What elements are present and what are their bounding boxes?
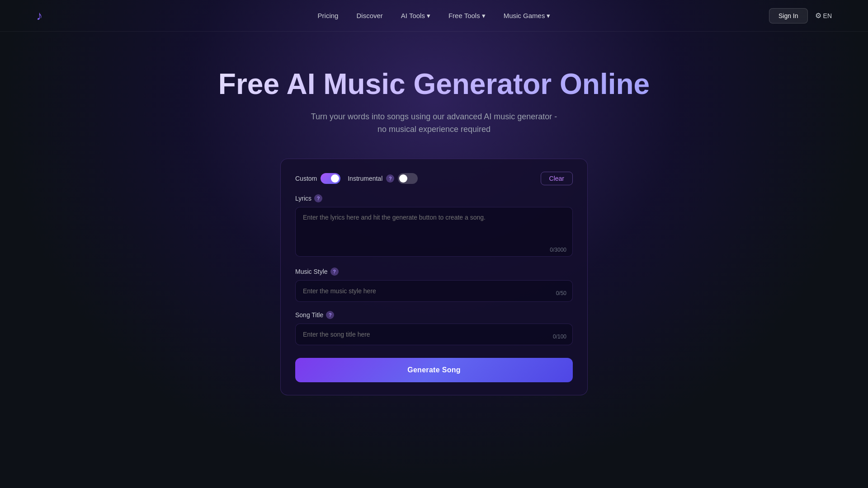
song-title-input-wrapper: 0/100 (295, 324, 573, 345)
instrumental-toggle[interactable] (398, 173, 418, 184)
lyrics-char-count: 0/3000 (550, 247, 566, 253)
sign-in-button[interactable]: Sign In (769, 8, 808, 23)
lyrics-textarea[interactable] (295, 207, 573, 257)
music-style-char-count: 0/50 (556, 290, 566, 296)
music-style-help-icon[interactable]: ? (330, 267, 339, 276)
instrumental-help-icon[interactable]: ? (386, 174, 394, 183)
music-style-label-row: Music Style ? (295, 267, 573, 276)
lyrics-label-row: Lyrics ? (295, 194, 573, 202)
nav-item-pricing[interactable]: Pricing (318, 12, 339, 20)
instrumental-toggle-knob (399, 174, 407, 183)
generator-card: Custom Instrumental ? Clear Lyrics ? 0 (280, 159, 588, 395)
controls-row: Custom Instrumental ? Clear (295, 172, 573, 185)
custom-control-group: Custom (295, 173, 340, 184)
music-style-label: Music Style (295, 268, 328, 275)
instrumental-control-group: Instrumental ? (348, 173, 418, 184)
clear-button[interactable]: Clear (541, 172, 573, 185)
music-style-input-wrapper: 0/50 (295, 280, 573, 302)
nav-links: Pricing Discover AI Tools ▾ Free Tools ▾… (318, 12, 551, 20)
lyrics-input-wrapper: 0/3000 (295, 207, 573, 258)
lyrics-section: Lyrics ? 0/3000 (295, 194, 573, 258)
hero-title: Free AI Music Generator Online (0, 68, 868, 101)
song-title-label-row: Song Title ? (295, 311, 573, 319)
translate-icon: ⚙ (815, 11, 821, 20)
song-title-input[interactable] (295, 324, 573, 345)
nav-item-ai-tools[interactable]: AI Tools ▾ (401, 12, 430, 20)
hero-subtitle: Turn your words into songs using our adv… (307, 110, 561, 136)
controls-left: Custom Instrumental ? (295, 173, 418, 184)
lyrics-label: Lyrics (295, 195, 311, 202)
chevron-down-icon: ▾ (547, 12, 550, 20)
hero-section: Free AI Music Generator Online Turn your… (0, 32, 868, 136)
custom-toggle-knob (331, 174, 339, 183)
song-title-section: Song Title ? 0/100 (295, 311, 573, 345)
lyrics-help-icon[interactable]: ? (314, 194, 322, 202)
nav-item-discover[interactable]: Discover (356, 12, 382, 20)
song-title-char-count: 0/100 (553, 333, 566, 340)
custom-toggle[interactable] (321, 173, 340, 184)
nav-item-free-tools[interactable]: Free Tools ▾ (448, 12, 486, 20)
navbar: ♪ Pricing Discover AI Tools ▾ Free Tools… (0, 0, 868, 32)
instrumental-label: Instrumental (348, 175, 382, 182)
language-selector[interactable]: ⚙ EN (815, 11, 832, 20)
logo[interactable]: ♪ (36, 9, 42, 23)
music-style-section: Music Style ? 0/50 (295, 267, 573, 302)
chevron-down-icon: ▾ (482, 12, 486, 20)
chevron-down-icon: ▾ (427, 12, 430, 20)
generate-song-button[interactable]: Generate Song (295, 358, 573, 382)
song-title-label: Song Title (295, 311, 323, 319)
custom-label: Custom (295, 175, 317, 182)
music-style-input[interactable] (295, 280, 573, 302)
song-title-help-icon[interactable]: ? (326, 311, 334, 319)
logo-icon: ♪ (36, 9, 42, 23)
nav-item-music-games[interactable]: Music Games ▾ (504, 12, 551, 20)
nav-right: Sign In ⚙ EN (769, 8, 832, 23)
